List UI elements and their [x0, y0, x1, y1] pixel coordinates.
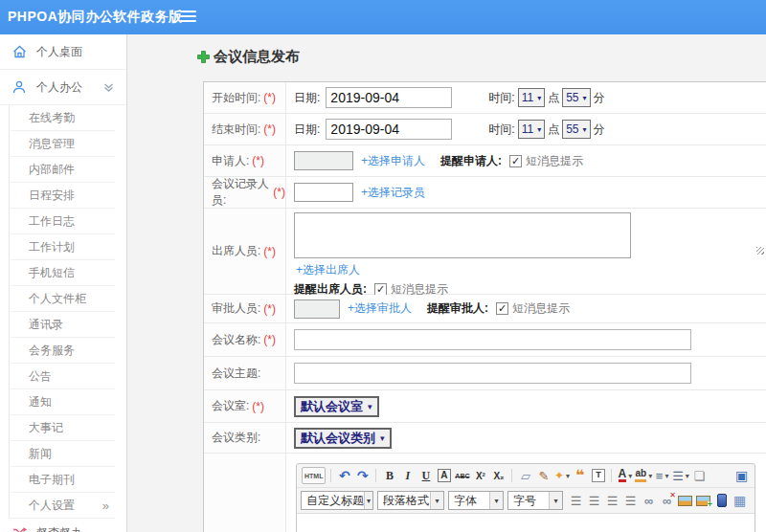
format-brush-icon[interactable]: ✦ [554, 469, 564, 482]
select-applicant-link[interactable]: +选择申请人 [361, 153, 425, 169]
strikethrough-icon[interactable]: ABC [454, 467, 470, 484]
sidebar-item-work-plan[interactable]: 工作计划 [10, 234, 126, 260]
undo-icon[interactable]: ↶ [336, 467, 352, 484]
chevron-double-down-icon[interactable] [103, 82, 114, 93]
sidebar-item-meeting-service[interactable]: 会务服务 [10, 338, 126, 364]
rich-text-editor: HTML ↶ ↷ B I U A ABC X² X₂ [296, 463, 755, 532]
clean-format-icon[interactable]: ✎ [535, 467, 552, 484]
sidebar: 个人桌面 个人办公 在线考勤 消息管理 内部邮件 日程安排 工作日志 工作计划 … [0, 34, 127, 532]
insert-link-icon[interactable]: ∞ [641, 492, 657, 509]
form-row-end-time: 结束时间:(*) 日期: 时间: 11▾ 点 55▾ 分 [204, 114, 766, 145]
required-mark: (*) [263, 122, 276, 136]
applicant-input[interactable] [294, 151, 353, 170]
fullscreen-icon[interactable]: ▣ [733, 467, 750, 484]
sidebar-item-mobile-sms[interactable]: 手机短信 [10, 260, 126, 286]
meeting-name-input[interactable] [294, 329, 691, 350]
end-date-input[interactable] [326, 119, 452, 140]
meeting-topic-input[interactable] [294, 363, 691, 384]
sidebar-item-work-log[interactable]: 工作日志 [10, 209, 126, 234]
required-mark: (*) [252, 154, 264, 167]
insert-image-icon[interactable] [677, 492, 693, 509]
form-row-meeting-room: 会议室:(*) 默认会议室▾ [204, 390, 766, 423]
form-row-recorder: 会议记录人员:(*) +选择记录员 [204, 177, 766, 209]
insert-media-icon[interactable] [713, 492, 730, 509]
meeting-room-select[interactable]: 默认会议室▾ [294, 396, 379, 417]
approver-sms-checkbox[interactable]: ✓ [496, 302, 508, 315]
applicant-sms-checkbox[interactable]: ✓ [509, 155, 522, 167]
menu-icon[interactable] [180, 11, 196, 25]
align-left-icon[interactable]: ☰ [568, 492, 584, 509]
remind-applicant-label: 提醒申请人: [440, 153, 502, 169]
blockquote-icon[interactable]: ❝ [572, 467, 588, 484]
paragraph-format-combo[interactable]: 段落格式▾ [377, 491, 444, 510]
highlight-color-icon[interactable]: ab [635, 469, 646, 482]
align-right-icon[interactable]: ☰ [604, 492, 620, 509]
unordered-list-icon[interactable]: ☰ [672, 469, 684, 483]
select-attendees-link[interactable]: +选择出席人 [296, 263, 360, 277]
superscript-icon[interactable]: X² [472, 467, 488, 484]
dropdown-arrow-icon: ▾ [430, 492, 443, 509]
sidebar-submenu: 在线考勤 消息管理 内部邮件 日程安排 工作日志 工作计划 手机短信 个人文件柜… [9, 105, 126, 519]
font-size-combo[interactable]: 字号▾ [507, 491, 563, 510]
redo-icon[interactable]: ↷ [354, 467, 371, 484]
sidebar-item-personal-settings[interactable]: 个人设置 » [10, 493, 126, 519]
dropdown-arrow-icon: ▾ [549, 492, 562, 509]
sidebar-item-e-journal[interactable]: 电子期刊 [10, 467, 126, 493]
ordered-list-icon[interactable]: ≡ [656, 469, 664, 483]
sidebar-item-personal-desktop[interactable]: 个人桌面 [0, 34, 126, 70]
custom-title-combo[interactable]: 自定义标题▾ [301, 491, 373, 510]
page-title-text: 会议信息发布 [214, 48, 300, 66]
start-hour-select[interactable]: 11▾ [518, 88, 545, 107]
editor-content-area[interactable] [297, 513, 755, 532]
form-row-editor: HTML ↶ ↷ B I U A ABC X² X₂ [204, 454, 766, 532]
attendees-textarea[interactable] [294, 212, 631, 258]
insert-table-icon[interactable]: ▦ [732, 492, 748, 509]
eraser-icon[interactable]: ▱ [517, 467, 533, 484]
start-minute-select[interactable]: 55▾ [562, 88, 590, 107]
font-color-icon[interactable]: A [619, 469, 627, 482]
end-minute-select[interactable]: 55▾ [562, 120, 590, 139]
sidebar-item-personal-cabinet[interactable]: 个人文件柜 [10, 286, 126, 312]
font-style-icon[interactable]: A [438, 469, 450, 482]
sidebar-item-news[interactable]: 新闻 [10, 441, 126, 467]
sms-hint-label: 短消息提示 [512, 300, 570, 317]
italic-icon[interactable]: I [399, 467, 416, 484]
sidebar-item-supervision[interactable]: 督查督办 » [0, 519, 126, 532]
sidebar-item-memorabilia[interactable]: 大事记 [10, 415, 126, 441]
dropdown-arrow-icon: ▾ [648, 472, 652, 480]
remove-link-icon[interactable]: ∞✕ [659, 492, 675, 509]
dropdown-arrow-icon: ▾ [583, 125, 587, 134]
font-family-combo[interactable]: 字体▾ [448, 491, 504, 510]
resize-handle[interactable] [756, 247, 764, 255]
sidebar-item-personal-office[interactable]: 个人办公 [0, 70, 126, 105]
sidebar-item-internal-mail[interactable]: 内部邮件 [10, 157, 126, 183]
sidebar-item-online-attendance[interactable]: 在线考勤 [10, 105, 126, 131]
subscript-icon[interactable]: X₂ [490, 467, 507, 484]
align-justify-icon[interactable]: ☰ [622, 492, 639, 509]
paste-icon[interactable]: T [592, 469, 605, 482]
new-page-icon[interactable]: ❏ [691, 467, 708, 484]
select-recorder-link[interactable]: +选择记录员 [361, 185, 425, 201]
underline-icon[interactable]: U [417, 467, 434, 484]
html-source-icon[interactable]: HTML [302, 467, 326, 484]
start-date-input[interactable] [326, 87, 452, 108]
sidebar-item-notice[interactable]: 通知 [10, 389, 126, 415]
dropdown-arrow-icon: ▾ [368, 402, 372, 411]
sidebar-item-message-management[interactable]: 消息管理 [10, 131, 126, 157]
select-approver-link[interactable]: +选择审批人 [348, 300, 412, 317]
sms-hint-label: 短消息提示 [526, 153, 583, 169]
sidebar-item-label: 个人桌面 [36, 44, 82, 60]
dropdown-arrow-icon: ▾ [364, 492, 372, 509]
align-center-icon[interactable]: ☰ [586, 492, 602, 509]
recorder-input[interactable] [294, 183, 353, 202]
approver-input[interactable] [294, 299, 340, 319]
upload-image-icon[interactable]: + [695, 492, 711, 509]
sidebar-item-contacts[interactable]: 通讯录 [10, 312, 126, 338]
sidebar-item-schedule[interactable]: 日程安排 [10, 183, 126, 209]
sidebar-item-announcement[interactable]: 公告 [10, 364, 126, 389]
end-hour-select[interactable]: 11▾ [518, 120, 545, 139]
dropdown-arrow-icon: ▾ [583, 94, 587, 102]
meeting-category-select[interactable]: 默认会议类别▾ [294, 428, 392, 449]
bold-icon[interactable]: B [381, 467, 397, 484]
chevron-double-right-icon: » [102, 493, 109, 519]
